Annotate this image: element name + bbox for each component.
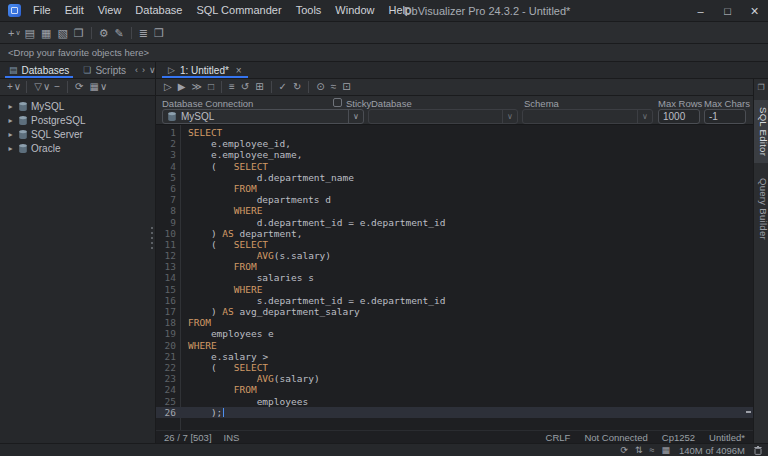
garbage-collect-icon[interactable] xyxy=(754,446,762,455)
side-tab-query-builder[interactable]: Query Builder xyxy=(754,171,768,247)
code-line[interactable]: 21 e.salary > xyxy=(156,351,753,362)
execute-current-icon[interactable]: ▶ xyxy=(175,79,189,95)
code-line[interactable]: 22 ( SELECT xyxy=(156,362,753,373)
tab-scripts[interactable]: ❏Scripts xyxy=(76,62,133,78)
code-line[interactable]: 9 d.department_id = e.department_id xyxy=(156,217,753,228)
save-as-icon[interactable]: ▧ xyxy=(54,23,70,43)
sql-editor[interactable]: 1SELECT2 e.employee_id,3 e.employee_name… xyxy=(156,125,753,430)
open-icon[interactable]: ▤ xyxy=(22,23,38,43)
commit-icon[interactable]: ✓ xyxy=(276,79,290,95)
schema-chevron-down-icon[interactable]: ∨ xyxy=(637,110,652,123)
connection-chevron-down-icon[interactable]: ∨ xyxy=(348,110,363,123)
edit-connection-icon[interactable]: ✎ xyxy=(112,23,127,43)
tree-item-postgresql[interactable]: ▸PostgreSQL xyxy=(0,113,155,127)
new-tab-caret-icon[interactable]: ∨ xyxy=(14,23,21,43)
code-line[interactable]: 6 FROM xyxy=(156,183,753,194)
execute-buffer-icon[interactable]: ≫ xyxy=(188,79,204,95)
scrollbar-caret-mark[interactable] xyxy=(746,411,751,413)
code-line[interactable]: 19 employees e xyxy=(156,328,753,339)
reconnect-icon[interactable]: ⟳ xyxy=(620,444,628,456)
tree-options-caret-icon[interactable]: ∨ xyxy=(99,77,108,97)
line-ending-indicator[interactable]: CRLF xyxy=(546,432,571,443)
connection-select[interactable]: MySQL ∨ xyxy=(162,109,364,124)
tabs-next-icon[interactable]: › xyxy=(140,60,147,80)
pin-result-icon[interactable]: ⊡ xyxy=(339,79,353,95)
charts-icon[interactable]: ≈ xyxy=(328,79,340,95)
menu-edit[interactable]: Edit xyxy=(58,0,91,21)
menu-sql-commander[interactable]: SQL Commander xyxy=(189,0,288,21)
menu-view[interactable]: View xyxy=(91,0,129,21)
side-panel-icon[interactable]: ❐ xyxy=(757,83,764,92)
bookmark-icon[interactable]: ⊞ xyxy=(252,79,266,95)
code-line[interactable]: 25 employees xyxy=(156,396,753,407)
code-line[interactable]: 13 FROM xyxy=(156,261,753,272)
tasks-icon[interactable]: ▦ xyxy=(661,444,670,456)
execute-icon[interactable]: ▷ xyxy=(161,79,175,95)
auto-commit-icon[interactable]: ⊙ xyxy=(313,79,327,95)
chevron-right-icon[interactable]: ▸ xyxy=(6,116,15,125)
code-line[interactable]: 16 s.department_id = e.department_id xyxy=(156,295,753,306)
insert-mode-indicator[interactable]: INS xyxy=(224,432,240,443)
windows-icon[interactable]: ❒ xyxy=(151,23,167,43)
code-line[interactable]: 1SELECT xyxy=(156,127,753,138)
minimize-button[interactable]: – xyxy=(687,0,714,22)
bookmarks-icon[interactable]: ≣ xyxy=(136,23,151,43)
code-line[interactable]: 15 WHERE xyxy=(156,284,753,295)
tab-untitled[interactable]: ▷ 1: Untitled* × xyxy=(160,62,250,78)
sticky-checkbox[interactable] xyxy=(333,98,342,107)
chevron-right-icon[interactable]: ▸ xyxy=(6,102,15,111)
code-line[interactable]: 18FROM xyxy=(156,317,753,328)
side-tab-sql-editor[interactable]: SQL Editor xyxy=(754,100,768,163)
code-line[interactable]: 3 e.employee_name, xyxy=(156,149,753,160)
refresh-icon[interactable]: ⟳ xyxy=(72,77,86,97)
copy-icon[interactable]: ❐ xyxy=(71,23,87,43)
chevron-right-icon[interactable]: ▸ xyxy=(6,144,15,153)
code-line[interactable]: 20WHERE xyxy=(156,340,753,351)
tree-item-sql-server[interactable]: ▸SQL Server xyxy=(0,127,155,141)
code-line[interactable]: 17 ) AS avg_department_salary xyxy=(156,306,753,317)
remove-icon[interactable]: − xyxy=(51,77,63,97)
code-line[interactable]: 4 ( SELECT xyxy=(156,161,753,172)
database-select[interactable]: ∨ xyxy=(368,109,518,124)
code-line[interactable]: 26 ); xyxy=(156,407,753,418)
encoding-indicator[interactable]: Cp1252 xyxy=(662,432,695,443)
tree-item-oracle[interactable]: ▸Oracle xyxy=(0,141,155,155)
history-icon[interactable]: ↺ xyxy=(238,79,252,95)
code-line[interactable]: 11 ( SELECT xyxy=(156,239,753,250)
menu-window[interactable]: Window xyxy=(328,0,381,21)
code-line[interactable]: 5 d.department_name xyxy=(156,172,753,183)
code-line[interactable]: 10 ) AS department, xyxy=(156,228,753,239)
code-line[interactable]: 14 salaries s xyxy=(156,272,753,283)
panel-splitter[interactable] xyxy=(151,227,153,249)
transfer-icon[interactable]: ⇅ xyxy=(635,444,643,456)
max-chars-input[interactable] xyxy=(704,109,746,124)
max-rows-input[interactable] xyxy=(658,109,700,124)
maximize-button[interactable]: □ xyxy=(714,0,741,22)
close-tab-icon[interactable]: × xyxy=(236,65,242,76)
add-connection-caret-icon[interactable]: ∨ xyxy=(13,77,22,97)
menu-file[interactable]: File xyxy=(26,0,58,21)
tab-databases[interactable]: ▤Databases xyxy=(2,62,76,78)
schema-select[interactable]: ∨ xyxy=(522,109,653,124)
menu-database[interactable]: Database xyxy=(128,0,189,21)
stop-icon[interactable]: □ xyxy=(205,79,217,95)
code-line[interactable]: 8 WHERE xyxy=(156,205,753,216)
activity-icon[interactable]: ≈ xyxy=(650,444,655,456)
code-line[interactable]: 12 AVG(s.salary) xyxy=(156,250,753,261)
database-chevron-down-icon[interactable]: ∨ xyxy=(502,110,517,123)
code-line[interactable]: 7 departments d xyxy=(156,194,753,205)
memory-indicator[interactable]: 140M of 4096M xyxy=(679,445,745,456)
settings-icon[interactable]: ⚙ xyxy=(96,23,112,43)
code-line[interactable]: 2 e.employee_id, xyxy=(156,138,753,149)
menu-tools[interactable]: Tools xyxy=(289,0,329,21)
rollback-icon[interactable]: ↻ xyxy=(290,79,304,95)
favorites-bar[interactable]: <Drop your favorite objects here> xyxy=(0,44,768,62)
save-icon[interactable]: ▦ xyxy=(38,23,54,43)
tree-item-mysql[interactable]: ▸MySQL xyxy=(0,99,155,113)
chevron-right-icon[interactable]: ▸ xyxy=(6,130,15,139)
format-sql-icon[interactable]: ≡ xyxy=(226,79,238,95)
tabs-prev-icon[interactable]: ‹ xyxy=(133,60,140,80)
code-line[interactable]: 23 AVG(salary) xyxy=(156,373,753,384)
code-line[interactable]: 24 FROM xyxy=(156,384,753,395)
filter-caret-icon[interactable]: ∨ xyxy=(42,77,51,97)
